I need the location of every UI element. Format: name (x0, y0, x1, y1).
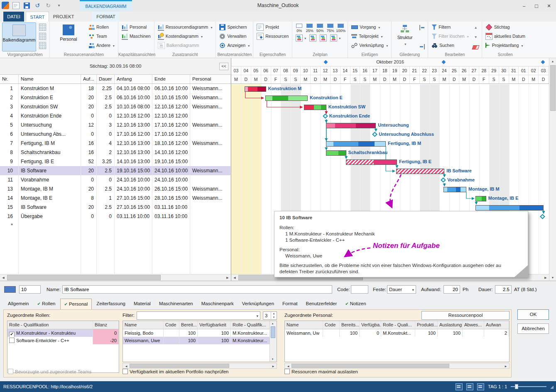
teilprojekt-button[interactable]: Teilprojekt (350, 32, 389, 41)
task-row[interactable]: * (0, 221, 231, 230)
task-row[interactable]: 8Schaltschrankbau16212.10.16 13:0014.10.… (0, 148, 231, 157)
gantt-bar[interactable] (245, 86, 266, 92)
verknuepfung-button[interactable]: Verknüpfung (350, 41, 389, 50)
gantt-bar[interactable] (346, 159, 397, 165)
tab-format[interactable]: FORMAT (92, 12, 120, 22)
filter-count-spinner[interactable]: 3 ▲▼ (263, 311, 277, 320)
vertical-scrollbar[interactable]: ▲ ▼ (549, 58, 556, 281)
scroll-left-icon[interactable]: ◀ (231, 274, 238, 281)
column-header-personal[interactable]: Personal (190, 75, 231, 83)
detail-tab-allgemein[interactable]: Allgemein (4, 299, 33, 309)
scroll-right-icon[interactable]: ▶ (502, 363, 509, 369)
assigned-header-aufwand[interactable]: Aufwan (484, 321, 509, 329)
scroll-down-icon[interactable]: ▼ (549, 274, 556, 281)
pool-header-code[interactable]: Code (164, 321, 179, 329)
progress-0-button[interactable]: 0% (294, 22, 304, 33)
pool-header-name[interactable]: Name (123, 321, 164, 329)
close-button[interactable] (543, 0, 555, 12)
tab-projekt[interactable]: PROJEKT (51, 12, 76, 22)
detail-tab-benutzerfelder[interactable]: Benutzerfelder (302, 299, 340, 309)
andere-button[interactable]: Andere (87, 41, 116, 50)
kostendiagramm-button[interactable]: Kostendiagramm (156, 32, 214, 41)
column-header-ende[interactable]: Ende (152, 75, 190, 83)
scroll-left-icon[interactable]: ◀ (0, 274, 7, 281)
roles-header-qualifikation[interactable]: Rolle - Qualifikation (7, 321, 93, 329)
schedule-tool-2-button[interactable] (308, 34, 318, 42)
projektanfang-button[interactable]: Projektanfang (484, 41, 527, 50)
task-name-field[interactable] (62, 285, 332, 294)
task-row[interactable]: 11Vorabnahme0024.10.16 10:0024.10.16 10:… (0, 175, 231, 184)
gantt-bar[interactable] (443, 187, 466, 192)
kapazitaet-maschinen-button[interactable]: Maschinen (120, 32, 152, 41)
schedule-tool-3-button[interactable] (318, 34, 328, 42)
schedule-tool-1-button[interactable] (294, 34, 308, 42)
detail-tab-personal[interactable]: Personal (60, 299, 92, 309)
column-header-aufwand[interactable]: Auf... (81, 75, 97, 83)
pool-table-scrollbar[interactable]: ▲ ▼ (269, 321, 277, 362)
task-row[interactable]: 3Konstruktion SW202.510.10.16 08:0012.10… (0, 102, 231, 111)
max-utilization-checkbox[interactable]: Ressourcen maximal auslasten (284, 369, 358, 375)
assigned-header-produktivitaet[interactable]: Produkti... (415, 321, 438, 329)
feste-select[interactable]: Dauer (387, 285, 416, 294)
maximize-button[interactable] (530, 0, 543, 12)
pool-row[interactable]: Fleissig, Bodo 100 100 M.Konstrukteur... (123, 329, 271, 337)
gantt-bar[interactable] (265, 96, 308, 101)
eraser-button[interactable] (472, 42, 480, 51)
scroll-right-icon[interactable]: ▶ (270, 363, 277, 369)
ressourcendiagramm-button[interactable]: Ressourcendiagramm (156, 22, 214, 32)
scroll-thumb[interactable] (130, 364, 229, 368)
filter-combo[interactable] (137, 311, 260, 320)
undo-button[interactable] (33, 1, 42, 10)
task-row[interactable]: 7Fertigung, IB M16412.10.16 13:0018.10.1… (0, 139, 231, 148)
progress-25-button[interactable]: 25% (304, 22, 315, 33)
balkendiagramm-view-button[interactable]: Balkendiagramm (2, 22, 36, 51)
suchen-button[interactable]: Suchen (430, 41, 470, 50)
spin-down-icon[interactable]: ▼ (271, 316, 277, 319)
pool-horizontal-scrollbar[interactable]: ◀ ▶ (122, 363, 277, 369)
ressourcen-eigenschaften-button[interactable]: Ressourcen (255, 32, 290, 41)
task-row[interactable]: 2Konstruktion E202.506.10.16 10:0010.10.… (0, 93, 231, 102)
zoom-slider-thumb[interactable] (515, 384, 518, 389)
column-header-name[interactable]: Name (19, 75, 81, 83)
table-horizontal-scrollbar[interactable]: ◀ ▶ (0, 274, 231, 281)
column-header-dauer[interactable]: Dauer (97, 75, 115, 83)
column-header-nr[interactable]: Nr. (0, 75, 19, 83)
task-view-2-button[interactable] (37, 32, 48, 41)
gantt-bar[interactable] (326, 150, 346, 156)
collapse-up-button[interactable] (472, 23, 480, 32)
detail-tab-maschinenarten[interactable]: Maschinenarten (155, 299, 197, 309)
cancel-button[interactable]: Abbrechen (517, 323, 549, 334)
task-view-3-button[interactable] (37, 41, 48, 50)
assigned-header-verfuegbar[interactable]: Verfügba... (360, 321, 381, 329)
scroll-thumb[interactable] (271, 326, 275, 338)
rollen-button[interactable]: Rollen (87, 22, 116, 32)
projekt-eigenschaften-button[interactable]: Projekt (255, 22, 290, 32)
ressourcenpool-button[interactable]: Ressourcenpool (421, 311, 509, 320)
zoom-slider[interactable] (511, 386, 546, 387)
assigned-header-bereits[interactable]: Bereits... (340, 321, 360, 329)
teams-checkbox[interactable]: Bevorzugte und zugeordnete Teams (8, 369, 92, 375)
outdent-button[interactable] (418, 23, 426, 32)
scroll-right-icon[interactable]: ▶ (224, 274, 231, 281)
task-row[interactable]: 4Konstruktion Ende0012.10.16 12:0012.10.… (0, 111, 231, 120)
roles-row[interactable]: Software-Entwickler - C++ -20 (7, 337, 119, 344)
gantt-bar[interactable] (475, 205, 544, 211)
scroll-up-icon[interactable]: ▲ (549, 58, 556, 64)
struktur-button[interactable]: Struktur (393, 22, 416, 51)
collapse-pane-button[interactable]: << (219, 63, 228, 70)
pool-header-verfuegbarkeit[interactable]: Verfügbarkeit (198, 321, 231, 329)
scroll-right-icon[interactable]: ▶ (542, 274, 549, 281)
detail-tab-verknüpfungen[interactable]: Verknüpfungen (238, 299, 278, 309)
aktuelles-datum-button[interactable]: aktuelles Datum (484, 32, 527, 41)
assigned-header-abwesenheit[interactable]: Abwes... (463, 321, 484, 329)
kapazitaet-personal-button[interactable]: Personal (120, 22, 152, 32)
verwalten-button[interactable]: Verwalten (218, 32, 251, 41)
gantt-bar[interactable] (326, 123, 376, 128)
progress-75-button[interactable]: 75% (325, 22, 336, 33)
task-id-field[interactable] (19, 285, 41, 294)
anzeigen-button[interactable]: Anzeigen (218, 41, 251, 50)
personal-view-button[interactable]: Personal (51, 22, 86, 51)
indent-button[interactable] (418, 42, 426, 51)
scroll-thumb[interactable] (291, 364, 449, 368)
scroll-up-icon[interactable]: ▲ (269, 321, 276, 326)
